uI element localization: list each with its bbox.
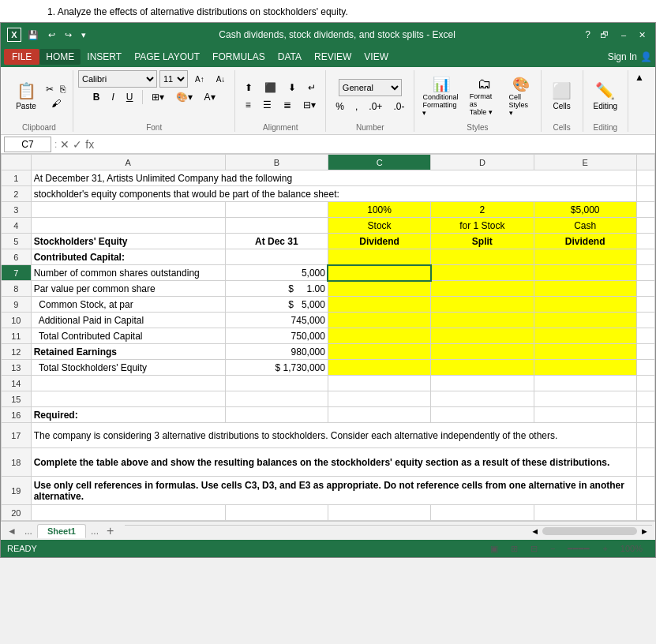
cell-d8[interactable] [431,281,534,297]
ribbon-collapse-button[interactable]: ▲ [630,70,649,84]
cell-a15[interactable] [31,391,225,407]
cell-d13[interactable] [431,360,534,376]
undo-button[interactable]: ↩ [45,28,58,42]
cell-d6[interactable] [431,249,534,265]
menu-insert[interactable]: INSERT [81,49,128,65]
h-scroll-right[interactable]: ► [640,526,649,536]
align-top-button[interactable]: ⬆ [240,80,257,95]
cells-button[interactable]: ⬜ Cells [546,77,578,114]
menu-data[interactable]: DATA [272,49,308,65]
cell-e5[interactable]: Dividend [534,234,636,249]
col-header-a[interactable]: A [31,155,225,170]
cell-a13[interactable]: Total Stockholders' Equity [31,360,225,376]
cell-e20[interactable] [534,505,636,521]
cell-e7[interactable] [534,265,636,281]
zoom-out-button[interactable]: − [550,544,555,554]
cell-a19[interactable]: Use only cell references in formulas. Us… [31,477,636,505]
formula-input[interactable] [97,137,652,152]
cell-d4[interactable]: for 1 Stock [431,218,534,234]
cell-a8[interactable]: Par value per common share [31,281,225,297]
cell-a12[interactable]: Retained Earnings [31,344,225,360]
cell-a2[interactable]: stockholder's equity components that wou… [31,186,636,202]
cell-d20[interactable] [431,505,534,521]
cell-c12[interactable] [328,344,430,360]
cell-d10[interactable] [431,313,534,328]
cell-e8[interactable] [534,281,636,297]
col-header-b[interactable]: B [225,155,328,170]
align-center-button[interactable]: ☰ [258,98,276,112]
cell-b20[interactable] [225,505,328,521]
cell-e6[interactable] [534,249,636,265]
close-button[interactable]: ✕ [635,28,649,42]
zoom-in-button[interactable]: + [602,544,607,554]
percent-button[interactable]: % [331,99,349,114]
cell-d5[interactable]: Split [431,234,534,249]
cell-c14[interactable] [328,376,430,391]
format-painter-button[interactable]: 🖌 [43,97,68,110]
cell-e14[interactable] [534,376,636,391]
font-size-select[interactable]: 11 [159,70,188,88]
cell-b15[interactable] [225,391,328,407]
align-middle-button[interactable]: ⬛ [260,80,281,95]
paste-button[interactable]: 📋 Paste [10,77,42,114]
quick-access-button[interactable]: ▾ [78,28,89,42]
cell-c4[interactable]: Stock [328,218,430,234]
cell-a14[interactable] [31,376,225,391]
cell-b11[interactable]: 750,000 [225,328,328,344]
cell-d16[interactable] [431,407,534,423]
cell-e16[interactable] [534,407,636,423]
cell-c9[interactable] [328,297,430,313]
view-layout-icon[interactable]: ⊞ [511,544,518,554]
cell-a4[interactable] [31,218,225,234]
view-page-break-icon[interactable]: ⊟ [530,544,538,554]
align-bottom-button[interactable]: ⬇ [283,80,301,95]
cell-a16[interactable]: Required: [31,407,225,423]
cell-c13[interactable] [328,360,430,376]
cell-e10[interactable] [534,313,636,328]
cell-b13[interactable]: $ 1,730,000 [225,360,328,376]
merge-button[interactable]: ⊟▾ [298,98,321,112]
cell-d7[interactable] [431,265,534,281]
decrease-font-button[interactable]: A↓ [212,73,231,85]
cell-d9[interactable] [431,297,534,313]
cell-c11[interactable] [328,328,430,344]
increase-font-button[interactable]: A↑ [190,73,209,85]
cell-b4[interactable] [225,218,328,234]
cell-c5[interactable]: Dividend [328,234,430,249]
save-button[interactable]: 💾 [24,28,42,42]
cell-styles-button[interactable]: 🎨 CellStyles ▾ [506,73,536,120]
cell-a3[interactable] [31,202,225,218]
menu-formulas[interactable]: FORMULAS [206,49,272,65]
format-as-table-button[interactable]: 🗂 Format asTable ▾ [467,73,503,119]
editing-button[interactable]: ✏️ Editing [588,77,624,114]
cell-a7[interactable]: Number of common shares outstanding [31,265,225,281]
increase-decimal-button[interactable]: .0+ [364,99,387,114]
help-button[interactable]: ? [585,29,590,40]
cell-e12[interactable] [534,344,636,360]
sheet1-tab[interactable]: Sheet1 [37,524,86,538]
conditional-formatting-button[interactable]: 📊 ConditionalFormatting ▾ [419,73,463,120]
cell-b14[interactable] [225,376,328,391]
cell-c10[interactable] [328,313,430,328]
cut-button[interactable]: ✂ [43,83,56,95]
cell-c15[interactable] [328,391,430,407]
italic-button[interactable]: I [107,90,118,104]
confirm-formula-icon[interactable]: ✓ [73,138,82,151]
fill-color-button[interactable]: 🎨▾ [171,90,197,104]
cell-reference-input[interactable] [4,137,51,152]
align-right-button[interactable]: ≣ [279,98,296,112]
decrease-decimal-button[interactable]: .0- [388,99,409,114]
cancel-formula-icon[interactable]: ✕ [60,138,69,151]
insert-function-icon[interactable]: fx [85,138,94,151]
cell-d3[interactable]: 2 [431,202,534,218]
cell-d14[interactable] [431,376,534,391]
cell-b3[interactable] [225,202,328,218]
cell-d12[interactable] [431,344,534,360]
underline-button[interactable]: U [122,90,138,104]
redo-button[interactable]: ↪ [62,28,75,42]
view-normal-icon[interactable]: ▣ [490,544,498,554]
cell-a20[interactable] [31,505,225,521]
cell-a1[interactable]: At December 31, Artists Unlimited Compan… [31,170,636,186]
cell-e13[interactable] [534,360,636,376]
cell-c6[interactable] [328,249,430,265]
